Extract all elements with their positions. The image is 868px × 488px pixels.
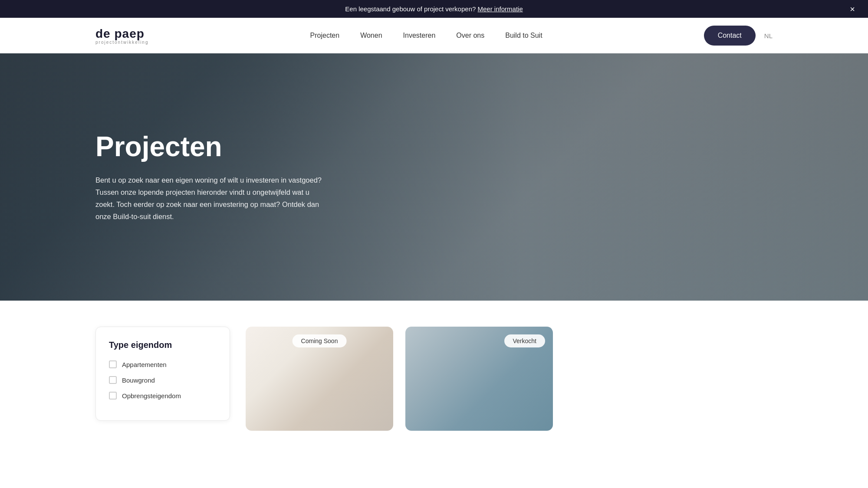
- filter-item-bouwgrond[interactable]: Bouwgrond: [109, 376, 217, 384]
- card-badge-verkocht: Verkocht: [504, 334, 545, 347]
- filter-checkbox-opbrengsteigendom[interactable]: [109, 392, 117, 400]
- project-card-1[interactable]: Coming Soon: [246, 327, 393, 431]
- filter-label-bouwgrond: Bouwgrond: [122, 377, 155, 384]
- nav-item-investeren[interactable]: Investeren: [403, 32, 436, 39]
- filter-title: Type eigendom: [109, 340, 217, 350]
- filter-label-appartementen: Appartementen: [122, 361, 167, 368]
- nav-right: Contact NL: [704, 26, 773, 46]
- contact-button[interactable]: Contact: [704, 26, 756, 46]
- logo-sub-text: projectontwikkeling: [95, 40, 149, 45]
- nav-link-investeren[interactable]: Investeren: [403, 32, 436, 39]
- announcement-close-button[interactable]: ×: [850, 5, 855, 13]
- nav-item-build-to-suit[interactable]: Build to Suit: [505, 32, 542, 39]
- filter-panel: Type eigendom Appartementen Bouwgrond Op…: [95, 327, 230, 421]
- logo-main-text: de paep: [95, 27, 145, 41]
- nav-link-build-to-suit[interactable]: Build to Suit: [505, 32, 542, 39]
- announcement-bar: Een leegstaand gebouw of project verkope…: [0, 0, 868, 18]
- nav-item-wonen[interactable]: Wonen: [360, 32, 382, 39]
- nav-link-wonen[interactable]: Wonen: [360, 32, 382, 39]
- filter-checkbox-appartementen[interactable]: [109, 360, 117, 368]
- logo[interactable]: de paep projectontwikkeling: [95, 27, 149, 45]
- hero-content: Projecten Bent u op zoek naar een eigen …: [0, 131, 330, 223]
- nav-item-over-ons[interactable]: Over ons: [456, 32, 484, 39]
- nav-link-projecten[interactable]: Projecten: [310, 32, 340, 39]
- hero-title: Projecten: [95, 131, 330, 162]
- nav-item-projecten[interactable]: Projecten: [310, 32, 340, 39]
- filter-item-appartementen[interactable]: Appartementen: [109, 360, 217, 368]
- filter-checkbox-bouwgrond[interactable]: [109, 376, 117, 384]
- filter-label-opbrengsteigendom: Opbrengsteigendom: [122, 392, 181, 400]
- nav-links: Projecten Wonen Investeren Over ons Buil…: [310, 32, 542, 39]
- filter-item-opbrengsteigendom[interactable]: Opbrengsteigendom: [109, 392, 217, 400]
- navbar: de paep projectontwikkeling Projecten Wo…: [0, 18, 868, 53]
- hero-section: Projecten Bent u op zoek naar een eigen …: [0, 53, 868, 301]
- hero-description: Bent u op zoek naar een eigen woning of …: [95, 174, 330, 223]
- announcement-text: Een leegstaand gebouw of project verkope…: [345, 5, 476, 13]
- project-card-2[interactable]: Verkocht: [405, 327, 553, 431]
- lower-section: Type eigendom Appartementen Bouwgrond Op…: [0, 301, 868, 448]
- language-indicator[interactable]: NL: [764, 32, 773, 39]
- announcement-link[interactable]: Meer informatie: [478, 5, 523, 13]
- cards-area: Coming Soon Verkocht: [246, 327, 773, 431]
- nav-link-over-ons[interactable]: Over ons: [456, 32, 484, 39]
- card-badge-coming-soon: Coming Soon: [293, 334, 347, 347]
